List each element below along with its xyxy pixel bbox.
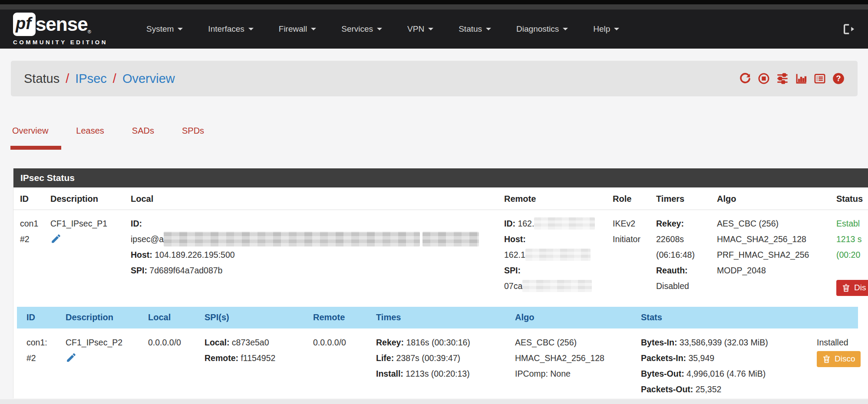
- menu-diagnostics-label: Diagnostics: [516, 24, 559, 34]
- child-local-net: 0.0.0.0/0: [148, 335, 205, 350]
- edit-pencil-icon[interactable]: [50, 233, 62, 244]
- packets-out-value: 25,352: [696, 384, 722, 394]
- col-stats: Stats: [641, 312, 817, 322]
- panel-title: IPsec Status: [13, 168, 868, 187]
- cell-algo: AES_CBC (256) HMAC_SHA2_256_128 IPComp: …: [515, 335, 641, 397]
- col-role: Role: [613, 194, 656, 204]
- tab-overview[interactable]: Overview: [12, 121, 48, 151]
- breadcrumb-separator: /: [66, 72, 69, 86]
- disconnect-button[interactable]: Dis: [836, 280, 868, 296]
- packets-in-label: Packets-In:: [641, 353, 686, 363]
- local-spi-value: 7d689f64a7ad087b: [149, 266, 222, 275]
- time-install-value: 1213s (00:20:13): [406, 369, 469, 378]
- disconnect-button-label: Dis: [854, 283, 866, 293]
- trash-icon: [822, 355, 831, 364]
- sign-out-icon[interactable]: [842, 23, 855, 36]
- status-line1: Establ: [836, 216, 868, 231]
- menu-services-label: Services: [341, 24, 373, 34]
- ike-table-row: con1 #2 CF1_IPsec_P1 ID: ipsec@a Host: 1…: [13, 210, 868, 305]
- col-remote: Remote: [313, 312, 376, 322]
- disconnect-child-button[interactable]: Disco: [817, 351, 861, 367]
- chevron-down-icon: [563, 28, 568, 30]
- child-sa-table-row: con1: #2 CF1_IPsec_P2 0.0.0.0/0 Local: c…: [13, 328, 868, 397]
- tab-sads[interactable]: SADs: [132, 121, 154, 151]
- breadcrumb-separator: /: [113, 72, 116, 86]
- page-bottom-strip: [0, 399, 868, 404]
- redacted-blur: [522, 280, 592, 292]
- menu-vpn[interactable]: VPN: [395, 24, 446, 34]
- menu-services[interactable]: Services: [329, 24, 395, 34]
- tab-spds[interactable]: SPDs: [182, 121, 204, 151]
- redacted-blur: [534, 217, 595, 230]
- breadcrumb-link-ipsec[interactable]: IPsec: [75, 72, 107, 86]
- time-life-label: Life:: [376, 353, 394, 363]
- col-local: Local: [131, 194, 504, 204]
- ike-description: CF1_IPsec_P1: [50, 216, 131, 231]
- pfsense-logo[interactable]: pf sense ® COMMUNITY EDITION: [13, 13, 108, 46]
- reauth-label: Reauth:: [656, 266, 688, 275]
- local-spi-label: SPI:: [131, 266, 147, 275]
- menu-interfaces[interactable]: Interfaces: [195, 24, 266, 34]
- algo-prf: PRF_HMAC_SHA2_256: [717, 247, 836, 263]
- col-times: Times: [376, 312, 515, 322]
- chevron-down-icon: [248, 28, 254, 30]
- child-algo-enc: AES_CBC (256): [515, 335, 641, 350]
- main-menu: System Interfaces Firewall Services VPN …: [134, 24, 632, 34]
- bytes-out-label: Bytes-Out:: [641, 369, 684, 378]
- col-description: Description: [66, 312, 148, 322]
- menu-status[interactable]: Status: [446, 24, 504, 34]
- disconnect-child-button-label: Disco: [835, 354, 855, 364]
- time-rekey-value: 1816s (00:30:16): [406, 338, 470, 347]
- local-id-value: ipsec@a: [131, 234, 164, 244]
- menu-help[interactable]: Help: [581, 24, 632, 34]
- cell-stats: Bytes-In: 33,586,939 (32.03 MiB) Packets…: [641, 335, 817, 397]
- refresh-icon[interactable]: [739, 72, 751, 85]
- child-id-line2: #2: [26, 350, 66, 366]
- cell-role: IKEv2 Initiator: [613, 216, 656, 297]
- child-sa-table-header: ID Description Local SPI(s) Remote Times…: [17, 307, 858, 328]
- chevron-down-icon: [486, 28, 491, 30]
- redacted-blur: [525, 249, 591, 261]
- menu-firewall[interactable]: Firewall: [266, 24, 329, 34]
- spi-local-value: c873e5a0: [232, 338, 269, 347]
- help-icon[interactable]: ?: [832, 72, 845, 85]
- menu-diagnostics[interactable]: Diagnostics: [504, 24, 581, 34]
- rekey-value: 22608s: [656, 231, 717, 247]
- cell-id: con1: #2: [26, 335, 66, 397]
- list-icon[interactable]: [814, 72, 826, 85]
- remote-spi-label: SPI:: [504, 266, 521, 275]
- local-host-value: 104.189.226.195:500: [155, 250, 234, 259]
- child-description: CF1_IPsec_P2: [66, 335, 148, 350]
- sliders-icon[interactable]: [776, 72, 789, 85]
- col-algo: Algo: [717, 194, 836, 204]
- remote-id-value: 162.: [518, 219, 534, 228]
- breadcrumb-link-overview[interactable]: Overview: [122, 72, 175, 86]
- bytes-in-label: Bytes-In:: [641, 338, 677, 347]
- algo-dh: MODP_2048: [717, 263, 836, 278]
- cell-remote: ID: 162. Host: 162.1 SPI: 07ca: [504, 216, 613, 297]
- col-description: Description: [50, 194, 131, 204]
- cell-id: con1 #2: [20, 216, 50, 297]
- cell-remote: 0.0.0.0/0: [313, 335, 376, 397]
- bytes-in-value: 33,586,939 (32.03 MiB): [680, 338, 768, 347]
- bar-chart-icon[interactable]: [795, 72, 807, 85]
- local-host-label: Host:: [131, 250, 152, 259]
- cell-spis: Local: c873e5a0 Remote: f1154952: [205, 335, 313, 397]
- menu-system[interactable]: System: [134, 24, 195, 34]
- packets-in-value: 35,949: [688, 353, 714, 363]
- cell-description: CF1_IPsec_P2: [66, 335, 148, 397]
- breadcrumb-section: Status: [24, 72, 59, 86]
- remote-host-label: Host:: [504, 234, 526, 244]
- col-spis: SPI(s): [205, 312, 313, 322]
- role-version: IKEv2: [613, 216, 656, 231]
- cell-times: Rekey: 1816s (00:30:16) Life: 2387s (00:…: [376, 335, 515, 397]
- cell-timers: Rekey: 22608s (06:16:48) Reauth: Disable…: [656, 216, 717, 297]
- tab-leases[interactable]: Leases: [76, 121, 104, 151]
- edit-pencil-icon[interactable]: [66, 352, 77, 363]
- tab-overview-label: Overview: [12, 126, 48, 135]
- time-install-label: Install:: [376, 369, 403, 378]
- tab-spds-label: SPDs: [182, 126, 204, 135]
- child-algo-hash: HMAC_SHA2_256_128: [515, 350, 641, 366]
- spi-remote-label: Remote:: [205, 353, 238, 363]
- stop-circle-icon[interactable]: [758, 72, 770, 85]
